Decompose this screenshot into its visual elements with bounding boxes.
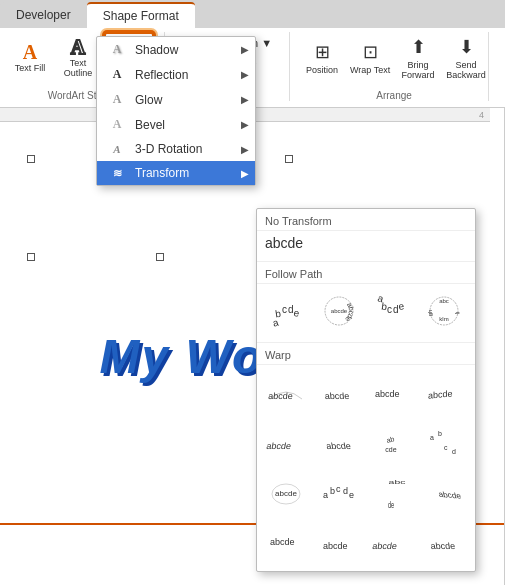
warp-8[interactable]: a b c d <box>421 419 467 465</box>
handle-tl[interactable] <box>27 155 35 163</box>
glow-arrow: ▶ <box>241 94 249 105</box>
bring-forward-button[interactable]: ⬆ Bring Forward <box>396 32 440 84</box>
dropdown-container: A Shadow ▶ A Reflection ▶ A Glow ▶ A Bev… <box>96 36 256 186</box>
warp-7[interactable]: ab cde <box>368 419 414 465</box>
svg-text:abc: abc <box>389 478 406 485</box>
bevel-label: Bevel <box>135 118 165 132</box>
text-fill-button[interactable]: A Text Fill <box>8 32 52 84</box>
svg-text:abcde: abcde <box>429 541 455 551</box>
transform-submenu: No Transform abcde Follow Path a b c d e <box>256 208 476 572</box>
follow-path-grid: a b c d e abcde <box>257 284 475 340</box>
menu-item-shadow[interactable]: A Shadow ▶ <box>97 37 255 62</box>
warp-11[interactable]: abc de <box>368 469 414 515</box>
text-fill-icon: A <box>23 42 37 62</box>
svg-text:abcde: abcde <box>275 489 297 498</box>
transform-arch-up[interactable]: a b c d e <box>263 288 309 334</box>
warp-3[interactable]: abcde <box>368 369 414 415</box>
3d-rotation-arrow: ▶ <box>241 144 249 155</box>
arch-up-svg: a b c d e <box>266 291 306 331</box>
svg-text:b: b <box>330 486 335 496</box>
shadow-icon: A <box>107 42 127 57</box>
svg-text:abc: abc <box>439 298 449 304</box>
transform-circle[interactable]: abcde abcde <box>316 288 362 334</box>
svg-text:b: b <box>275 308 282 320</box>
warp-15[interactable]: abcde <box>368 519 414 565</box>
no-transform-header: No Transform <box>257 209 475 231</box>
shadow-arrow: ▶ <box>241 44 249 55</box>
warp-2[interactable]: abcde <box>316 369 362 415</box>
svg-text:a: a <box>323 490 328 500</box>
send-backward-icon: ⬇ <box>459 36 474 58</box>
svg-text:c: c <box>282 304 287 315</box>
shadow-label: Shadow <box>135 43 178 57</box>
handle-bl[interactable] <box>27 253 35 261</box>
warp-header: Warp <box>257 342 475 365</box>
arch-down-svg: a b c d e <box>371 291 411 331</box>
warp-9[interactable]: abcde <box>263 469 309 515</box>
svg-text:a: a <box>430 434 434 441</box>
warp-5[interactable]: abcde <box>263 419 309 465</box>
position-button[interactable]: ⊞ Position <box>300 32 344 84</box>
menu-item-glow[interactable]: A Glow ▶ <box>97 87 255 112</box>
ribbon-group-arrange: ⊞ Position ⊡ Wrap Text ⬆ Bring Forward ⬇… <box>300 32 489 101</box>
warp-16[interactable]: abcde <box>421 519 467 565</box>
follow-path-header: Follow Path <box>257 261 475 284</box>
menu-item-reflection[interactable]: A Reflection ▶ <box>97 62 255 87</box>
transform-icon: ≋ <box>107 167 127 180</box>
svg-text:c: c <box>387 304 392 315</box>
warp-14[interactable]: abcde <box>316 519 362 565</box>
reflection-arrow: ▶ <box>241 69 249 80</box>
wrap-text-label: Wrap Text <box>350 65 390 75</box>
warp-12[interactable]: abcde <box>421 469 467 515</box>
svg-text:gh: gh <box>427 310 433 317</box>
text-outline-label: Text Outline <box>57 59 99 79</box>
wrap-text-button[interactable]: ⊡ Wrap Text <box>348 32 392 84</box>
transform-arrow: ▶ <box>241 168 249 179</box>
transform-arch-down[interactable]: a b c d e <box>368 288 414 334</box>
svg-text:e: e <box>293 307 300 319</box>
wrap-text-icon: ⊡ <box>363 41 378 63</box>
tab-bar: Developer Shape Format <box>0 0 505 28</box>
svg-text:b: b <box>438 430 442 437</box>
text-outline-button[interactable]: A Text Outline <box>56 32 100 84</box>
svg-text:c: c <box>336 484 341 494</box>
glow-label: Glow <box>135 93 162 107</box>
transform-label: Transform <box>135 166 189 180</box>
arrange-label: Arrange <box>376 86 412 101</box>
position-icon: ⊞ <box>315 41 330 63</box>
circle2-svg: abc klm gh ij <box>424 291 464 331</box>
dropdown-menu: A Shadow ▶ A Reflection ▶ A Glow ▶ A Bev… <box>96 36 256 186</box>
svg-text:de: de <box>388 501 394 510</box>
svg-text:abcde: abcde <box>375 389 400 399</box>
svg-text:d: d <box>288 304 294 315</box>
svg-text:cde: cde <box>385 446 396 453</box>
warp-4[interactable]: abcde <box>421 369 467 415</box>
svg-text:abcde: abcde <box>325 441 351 451</box>
warp-10[interactable]: a b c d e <box>316 469 362 515</box>
circle-svg: abcde abcde <box>319 291 359 331</box>
svg-text:abcde: abcde <box>372 541 398 551</box>
bevel-icon: A <box>107 117 127 132</box>
warp-13[interactable]: abcde <box>263 519 309 565</box>
send-backward-button[interactable]: ⬇ Send Backward <box>444 32 488 84</box>
no-transform-preview[interactable]: abcde <box>257 231 475 259</box>
text-fill-label: Text Fill <box>15 64 46 74</box>
3d-rotation-label: 3-D Rotation <box>135 142 202 156</box>
handle-tr[interactable] <box>285 155 293 163</box>
warp-6[interactable]: abcde <box>316 419 362 465</box>
menu-item-bevel[interactable]: A Bevel ▶ <box>97 112 255 137</box>
text-outline-icon: A <box>71 37 85 57</box>
transform-circle-2[interactable]: abc klm gh ij <box>421 288 467 334</box>
warp-1[interactable]: abcde <box>263 369 309 415</box>
tab-developer[interactable]: Developer <box>0 2 87 28</box>
svg-text:d: d <box>343 486 348 496</box>
bevel-arrow: ▶ <box>241 119 249 130</box>
svg-text:c: c <box>444 444 448 451</box>
svg-text:abcde: abcde <box>270 537 295 547</box>
menu-item-3d-rotation[interactable]: A 3-D Rotation ▶ <box>97 137 255 161</box>
menu-item-transform[interactable]: ≋ Transform ▶ <box>97 161 255 185</box>
svg-text:d: d <box>452 448 456 455</box>
tab-shape-format[interactable]: Shape Format <box>87 2 195 28</box>
svg-text:ij: ij <box>455 312 461 315</box>
handle-bc[interactable] <box>156 253 164 261</box>
